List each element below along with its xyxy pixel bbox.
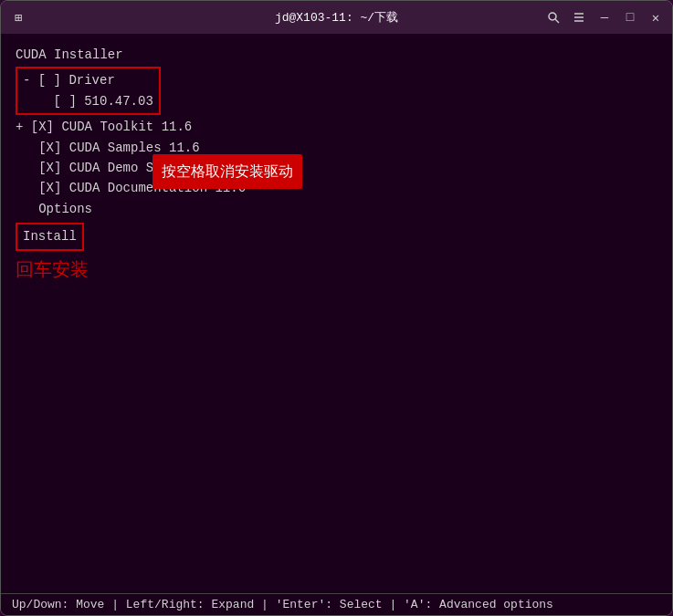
documentation-row: [X] CUDA Documentation 11.6 (16, 178, 657, 198)
demo-row: [X] CUDA Demo Suite 11.6 (16, 158, 657, 178)
annotation-driver: 按空格取消安装驱动 (152, 154, 302, 189)
install-label: Install (23, 229, 77, 244)
install-wrapper: Install (16, 223, 657, 250)
options-row: Options (16, 199, 657, 219)
driver-version: [ ] 510.47.03 (23, 91, 153, 111)
maximize-button[interactable]: □ (623, 10, 637, 25)
samples-row: [X] CUDA Samples 11.6 (16, 138, 657, 158)
terminal-icon: ⊞ (10, 9, 26, 26)
terminal-window: ⊞ jd@X103-11: ~/下载 — □ ✕ C (0, 0, 673, 616)
svg-point-0 (549, 13, 556, 20)
titlebar: ⊞ jd@X103-11: ~/下载 — □ ✕ (1, 1, 672, 34)
menu-button[interactable] (572, 10, 586, 25)
statusbar-text: Up/Down: Move | Left/Right: Expand | 'En… (12, 598, 553, 611)
installer-title: CUDA Installer (16, 45, 657, 65)
driver-collapsed: - [ ] Driver (23, 70, 153, 90)
terminal-content: CUDA Installer - [ ] Driver [ ] 510.47.0… (16, 45, 657, 582)
driver-row: - [ ] Driver [ ] 510.47.03 (16, 67, 161, 115)
annotation-install: 回车安装 (16, 255, 657, 284)
titlebar-left: ⊞ (10, 9, 26, 26)
close-button[interactable]: ✕ (648, 10, 663, 25)
statusbar: Up/Down: Move | Left/Right: Expand | 'En… (1, 593, 672, 615)
toolkit-row: + [X] CUDA Toolkit 11.6 (16, 117, 657, 137)
window-title: jd@X103-11: ~/下载 (275, 9, 398, 26)
minimize-button[interactable]: — (597, 10, 612, 25)
svg-line-1 (555, 19, 559, 23)
terminal-body: CUDA Installer - [ ] Driver [ ] 510.47.0… (1, 34, 672, 593)
search-button[interactable] (546, 10, 561, 25)
titlebar-controls: — □ ✕ (546, 10, 663, 25)
install-box[interactable]: Install (16, 223, 84, 250)
